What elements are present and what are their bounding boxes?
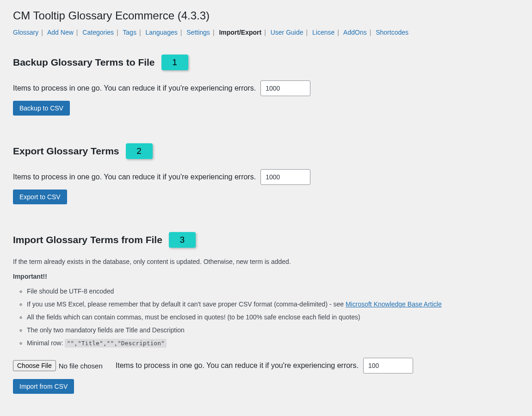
tab-license[interactable]: License [312, 29, 334, 36]
import-note-1: File should be UTF-8 encoded [27, 288, 523, 295]
tab-glossary[interactable]: Glossary [13, 29, 38, 36]
import-note-3: All the fields which can contain commas,… [27, 313, 523, 321]
tab-languages[interactable]: Languages [145, 29, 177, 36]
choose-file-button[interactable]: Choose File [13, 360, 56, 371]
badge-3: 3 [169, 232, 196, 248]
import-from-csv-button[interactable]: Import from CSV [13, 379, 74, 394]
tab-add-new[interactable]: Add New [47, 29, 74, 36]
export-heading: Export Glossary Terms 2 [13, 143, 523, 159]
import-note-5-text: Minimal row: [27, 339, 65, 347]
import-note-2: If you use MS Excel, please remember tha… [27, 300, 523, 308]
admin-tabs: Glossary| Add New| Categories| Tags| Lan… [13, 29, 523, 36]
backup-to-csv-button[interactable]: Backup to CSV [13, 101, 70, 116]
backup-items-input[interactable] [260, 80, 310, 96]
backup-items-label: Items to process in one go. You can redu… [13, 84, 256, 92]
import-note-4: The only two mandatory fields are Title … [27, 326, 523, 334]
tab-addons[interactable]: AddOns [343, 29, 367, 36]
tab-shortcodes[interactable]: Shortcodes [376, 29, 408, 36]
section-import: Import Glossary Terms from File 3 If the… [13, 232, 523, 394]
ms-kb-link[interactable]: Microsoft Knowledge Base Article [346, 300, 442, 308]
import-intro: If the term already exists in the databa… [13, 258, 523, 265]
section-export: Export Glossary Terms 2 Items to process… [13, 143, 523, 204]
export-items-label: Items to process in one go. You can redu… [13, 173, 256, 181]
section-backup: Backup Glossary Terms to File 1 Items to… [13, 55, 523, 116]
import-heading-text: Import Glossary Terms from File [13, 234, 162, 245]
page-title: CM Tooltip Glossary Ecommerce (4.3.3) [13, 9, 523, 22]
import-note-2-text: If you use MS Excel, please remember tha… [27, 300, 346, 308]
backup-heading-text: Backup Glossary Terms to File [13, 57, 155, 68]
badge-2: 2 [126, 143, 153, 159]
badge-1: 1 [161, 55, 188, 70]
export-heading-text: Export Glossary Terms [13, 146, 119, 157]
import-notes-list: File should be UTF-8 encoded If you use … [13, 288, 523, 347]
import-note-5-code: "","Title","","Description" [65, 339, 166, 348]
tab-categories[interactable]: Categories [82, 29, 114, 36]
tab-user-guide[interactable]: User Guide [271, 29, 303, 36]
import-items-label: Items to process in one go. You can redu… [116, 361, 359, 370]
export-items-input[interactable] [260, 169, 310, 185]
tab-import-export[interactable]: Import/Export [219, 29, 261, 36]
no-file-chosen-label: No file chosen [59, 362, 103, 370]
tab-settings[interactable]: Settings [186, 29, 210, 36]
backup-heading: Backup Glossary Terms to File 1 [13, 55, 523, 70]
export-to-csv-button[interactable]: Export to CSV [13, 190, 67, 204]
import-important-label: Important!! [13, 273, 523, 280]
import-note-5: Minimal row: "","Title","","Description" [27, 339, 523, 347]
import-items-input[interactable] [363, 358, 413, 373]
import-heading: Import Glossary Terms from File 3 [13, 232, 523, 248]
tab-tags[interactable]: Tags [123, 29, 136, 36]
